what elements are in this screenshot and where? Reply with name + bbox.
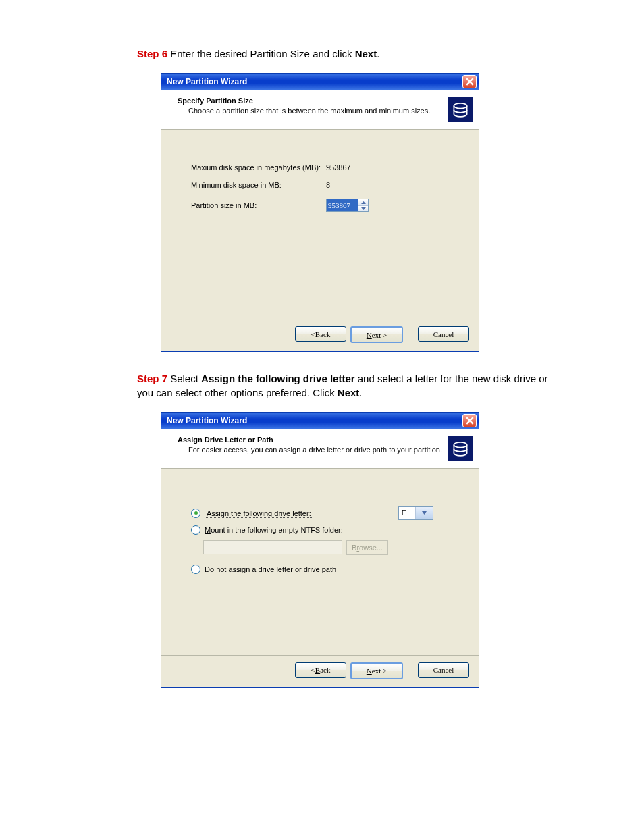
- spin-up-button[interactable]: [358, 199, 368, 206]
- drive-letter-dialog: New Partition Wizard Assign Drive Letter…: [161, 412, 479, 688]
- header-subtitle: For easier access, you can assign a driv…: [188, 446, 448, 454]
- partition-size-spinner[interactable]: [326, 199, 369, 212]
- step6-instruction: Step 6 Enter the desired Partition Size …: [137, 47, 556, 61]
- no-assign-label: Do not assign a drive letter or drive pa…: [205, 565, 336, 573]
- partition-size-input[interactable]: [327, 199, 358, 211]
- partition-size-dialog: New Partition Wizard Specify Partition S…: [161, 73, 479, 352]
- svg-point-0: [454, 103, 466, 109]
- svg-point-1: [454, 442, 466, 448]
- mount-folder-label: Mount in the following empty NTFS folder…: [205, 526, 343, 534]
- assign-letter-option[interactable]: Assign the following drive letter: E: [191, 506, 452, 520]
- back-button[interactable]: < Back: [295, 662, 346, 678]
- radio-assign-letter[interactable]: [191, 509, 200, 518]
- titlebar[interactable]: New Partition Wizard: [161, 74, 479, 90]
- cancel-button[interactable]: Cancel: [418, 326, 469, 342]
- titlebar[interactable]: New Partition Wizard: [161, 413, 479, 429]
- chevron-down-icon: [415, 507, 433, 519]
- close-button[interactable]: [462, 414, 477, 427]
- drive-letter-select[interactable]: E: [398, 506, 433, 520]
- radio-no-assign[interactable]: [191, 565, 200, 574]
- back-button[interactable]: < Back: [295, 326, 346, 342]
- next-button[interactable]: Next >: [350, 326, 403, 343]
- mount-path-input: [203, 540, 342, 554]
- no-assign-option[interactable]: Do not assign a drive letter or drive pa…: [191, 565, 452, 574]
- max-space-label: Maxium disk space in megabytes (MB):: [191, 163, 326, 172]
- window-title: New Partition Wizard: [167, 416, 462, 425]
- window-title: New Partition Wizard: [167, 77, 462, 86]
- partition-size-label: Partition size in MB:: [191, 201, 326, 209]
- close-icon: [466, 78, 474, 86]
- drive-letter-value: E: [399, 507, 416, 519]
- header-title: Assign Drive Letter or Path: [178, 436, 448, 444]
- header-title: Specify Partition Size: [178, 97, 448, 105]
- assign-letter-label: Assign the following drive letter:: [205, 509, 313, 518]
- step7-instruction: Step 7 Select Assign the following drive…: [137, 372, 556, 400]
- disk-icon: [448, 97, 473, 122]
- header-subtitle: Choose a partition size that is between …: [188, 107, 448, 115]
- max-space-value: 953867: [326, 163, 351, 172]
- cancel-button[interactable]: Cancel: [418, 662, 469, 678]
- disk-icon: [448, 436, 473, 461]
- close-button[interactable]: [462, 75, 477, 88]
- dialog-header: Assign Drive Letter or Path For easier a…: [161, 429, 479, 469]
- mount-folder-option[interactable]: Mount in the following empty NTFS folder…: [191, 525, 452, 535]
- min-space-label: Minimum disk space in MB:: [191, 181, 326, 189]
- spin-down-button[interactable]: [358, 206, 368, 212]
- browse-button: Browse...: [346, 540, 388, 555]
- dialog-header: Specify Partition Size Choose a partitio…: [161, 90, 479, 130]
- close-icon: [466, 417, 474, 425]
- next-button[interactable]: Next >: [350, 662, 403, 679]
- min-space-value: 8: [326, 181, 330, 189]
- radio-mount-folder[interactable]: [191, 525, 200, 535]
